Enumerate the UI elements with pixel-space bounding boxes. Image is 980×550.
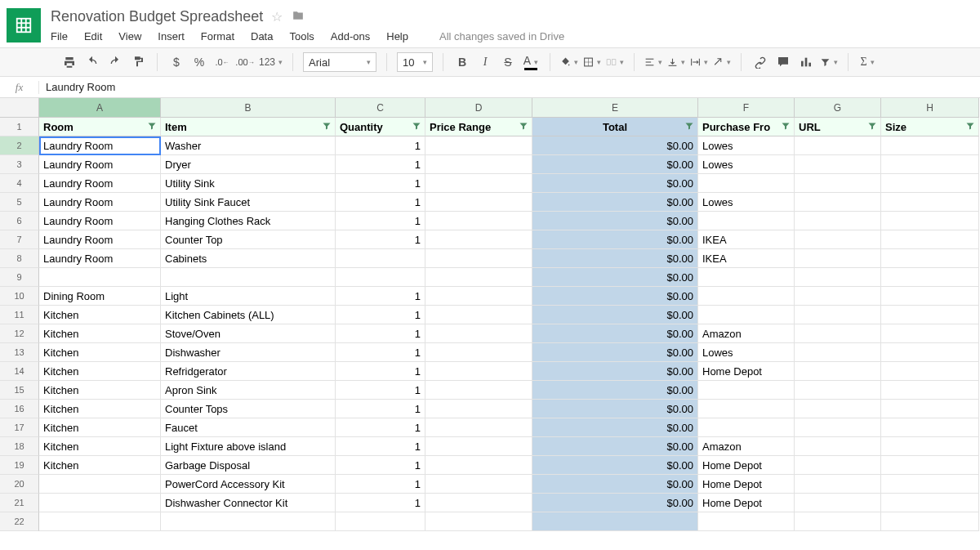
cell[interactable]: $0.00: [532, 287, 698, 306]
cell[interactable]: 1: [336, 400, 425, 418]
cell[interactable]: [39, 494, 161, 512]
cell[interactable]: $0.00: [532, 362, 698, 381]
insert-comment-button[interactable]: [774, 53, 792, 71]
cell[interactable]: IKEA: [698, 230, 795, 249]
cell[interactable]: [795, 212, 881, 230]
cell[interactable]: $0.00: [532, 193, 698, 212]
filter-icon[interactable]: [322, 121, 332, 133]
header-cell[interactable]: Purchase Fro: [698, 118, 795, 136]
cell[interactable]: [161, 512, 336, 531]
cell[interactable]: [795, 136, 881, 155]
cell[interactable]: [795, 249, 881, 268]
col-header-E[interactable]: E: [532, 98, 698, 118]
cell[interactable]: 1: [336, 193, 425, 212]
cell[interactable]: [795, 381, 881, 400]
cell[interactable]: $0.00: [532, 324, 698, 343]
cell[interactable]: Hanging Clothes Rack: [161, 212, 336, 230]
cell[interactable]: Lowes: [698, 193, 795, 212]
filter-icon[interactable]: [519, 121, 528, 133]
cell[interactable]: [425, 136, 532, 155]
cell[interactable]: [425, 456, 532, 475]
cell[interactable]: Dishwasher Connector Kit: [161, 494, 336, 512]
cell[interactable]: [881, 249, 979, 268]
cell[interactable]: Kitchen: [39, 362, 161, 381]
strikethrough-button[interactable]: S: [499, 53, 517, 71]
row-header[interactable]: 7: [0, 230, 39, 249]
cell[interactable]: [425, 268, 532, 287]
cell[interactable]: [336, 249, 425, 268]
cell[interactable]: Refridgerator: [161, 362, 336, 381]
cell[interactable]: [698, 212, 795, 230]
cell[interactable]: $0.00: [532, 381, 698, 400]
cell[interactable]: [795, 324, 881, 343]
cell[interactable]: $0.00: [532, 136, 698, 155]
row-header[interactable]: 3: [0, 155, 39, 174]
app-logo[interactable]: [7, 8, 41, 42]
cell[interactable]: $0.00: [532, 212, 698, 230]
cell[interactable]: Light Fixture above island: [161, 437, 336, 456]
row-header[interactable]: 2: [0, 136, 39, 155]
header-cell[interactable]: Total: [532, 118, 698, 136]
col-header-A[interactable]: A: [39, 98, 161, 118]
cell[interactable]: [881, 268, 979, 287]
cell[interactable]: [881, 212, 979, 230]
cell[interactable]: [881, 230, 979, 249]
paint-format-icon[interactable]: [129, 53, 147, 71]
row-header[interactable]: 20: [0, 475, 39, 494]
row-header[interactable]: 22: [0, 512, 39, 531]
cell[interactable]: [795, 362, 881, 381]
row-header[interactable]: 21: [0, 494, 39, 512]
cell[interactable]: Amazon: [698, 437, 795, 456]
cell[interactable]: [425, 512, 532, 531]
cell[interactable]: 1: [336, 437, 425, 456]
row-header[interactable]: 6: [0, 212, 39, 230]
cell[interactable]: 1: [336, 362, 425, 381]
cell[interactable]: Kitchen: [39, 437, 161, 456]
cell[interactable]: [425, 494, 532, 512]
header-cell[interactable]: Item: [161, 118, 336, 136]
cell[interactable]: 1: [336, 324, 425, 343]
filter-icon[interactable]: [867, 121, 877, 133]
cell[interactable]: 1: [336, 287, 425, 306]
cell[interactable]: [881, 174, 979, 193]
cell[interactable]: Kitchen Cabinets (ALL): [161, 306, 336, 324]
cell[interactable]: [795, 418, 881, 437]
cell[interactable]: [795, 193, 881, 212]
cell[interactable]: [795, 230, 881, 249]
row-header[interactable]: 18: [0, 437, 39, 456]
row-header[interactable]: 4: [0, 174, 39, 193]
formula-input[interactable]: Laundry Room: [39, 81, 980, 93]
cell[interactable]: [425, 362, 532, 381]
row-header[interactable]: 9: [0, 268, 39, 287]
cell[interactable]: Kitchen: [39, 456, 161, 475]
cell[interactable]: [425, 418, 532, 437]
merge-cells-button[interactable]: ▾: [606, 53, 624, 71]
cell[interactable]: Utility Sink: [161, 174, 336, 193]
cell[interactable]: Laundry Room: [39, 155, 161, 174]
cell[interactable]: [336, 512, 425, 531]
cell[interactable]: Kitchen: [39, 418, 161, 437]
cell[interactable]: $0.00: [532, 306, 698, 324]
filter-icon[interactable]: [781, 121, 791, 133]
col-header-F[interactable]: F: [698, 98, 795, 118]
cell[interactable]: Faucet: [161, 418, 336, 437]
menu-addons[interactable]: Add-ons: [331, 30, 370, 42]
cell[interactable]: [161, 268, 336, 287]
cell[interactable]: Lowes: [698, 155, 795, 174]
cell[interactable]: Kitchen: [39, 400, 161, 418]
cell[interactable]: [532, 512, 698, 531]
header-cell[interactable]: URL: [795, 118, 881, 136]
cell[interactable]: $0.00: [532, 174, 698, 193]
font-size-selector[interactable]: 10▾: [397, 52, 433, 72]
cell[interactable]: Home Depot: [698, 362, 795, 381]
cell[interactable]: [698, 512, 795, 531]
cell[interactable]: 1: [336, 136, 425, 155]
borders-button[interactable]: ▾: [583, 53, 601, 71]
cell[interactable]: [795, 512, 881, 531]
cell[interactable]: [881, 287, 979, 306]
doc-title[interactable]: Renovation Budget Spreadsheet: [51, 8, 263, 25]
cell[interactable]: [425, 343, 532, 362]
cell[interactable]: [698, 174, 795, 193]
cell[interactable]: [698, 268, 795, 287]
cell[interactable]: [425, 249, 532, 268]
